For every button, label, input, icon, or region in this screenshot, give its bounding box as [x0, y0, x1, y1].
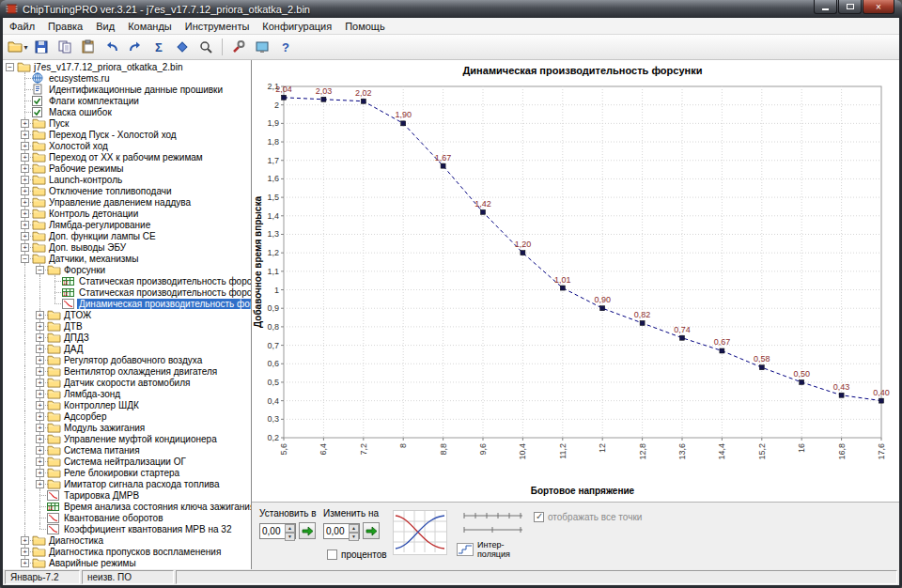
tree-item[interactable]: Маска ошибок [3, 106, 251, 117]
spin-up-icon[interactable]: ▲ [349, 524, 359, 533]
tree-item[interactable]: +ДАД [3, 343, 251, 354]
curves-preview-button[interactable] [393, 510, 447, 555]
tree-item[interactable]: 12Время анализа состояния ключа зажигани… [3, 501, 251, 512]
tree-item[interactable]: +Датчик скорости автомобиля [3, 377, 251, 388]
tree-expander[interactable]: + [21, 198, 29, 207]
tree-expander[interactable]: + [36, 446, 44, 455]
tree-expander[interactable]: + [21, 153, 29, 162]
menu-item-1[interactable]: Правка [41, 19, 89, 34]
tree-expander[interactable]: + [21, 176, 29, 184]
tree-expander[interactable]: + [21, 536, 29, 545]
tree-item[interactable]: +Рабочие режимы [3, 162, 251, 174]
tree-expander[interactable]: + [36, 469, 44, 477]
tree-item[interactable]: Квантование оборотов [3, 512, 251, 523]
tree-item[interactable]: +Переход Пуск - Холостой ход [3, 129, 251, 140]
interpolation-control[interactable]: Интер-поляция [457, 540, 522, 559]
tree-item[interactable]: 12Статическая производительность форсунк… [3, 275, 251, 286]
tree-item[interactable]: 12Статическая производительность форсунк… [3, 286, 251, 298]
tree-item[interactable]: +Доп. выводы ЭБУ [3, 241, 251, 253]
checksum-button[interactable]: Σ [148, 36, 170, 58]
redo-button[interactable] [124, 36, 147, 58]
tree-expander[interactable]: + [36, 379, 44, 387]
tree-expander[interactable]: − [36, 266, 44, 274]
tree-item[interactable]: +Launch-контроль [3, 174, 251, 185]
tree-expander[interactable]: + [36, 345, 44, 353]
tree-item[interactable]: −Датчики, механизмы [3, 253, 251, 264]
tree-item[interactable]: +Регулятор добавочного воздуха [3, 354, 251, 365]
tree-item[interactable]: +Управление муфтой кондиционера [3, 433, 251, 444]
percent-checkbox[interactable] [327, 549, 337, 560]
spin-up-icon[interactable]: ▲ [285, 524, 295, 533]
tree-expander[interactable]: + [21, 131, 29, 139]
close-button[interactable]: × [863, 0, 894, 14]
tree-item[interactable]: Идентификационные данные прошивки [3, 84, 251, 95]
menu-item-0[interactable]: Файл [3, 19, 41, 34]
tree-expander[interactable]: + [21, 164, 29, 173]
internet-button[interactable] [251, 36, 273, 58]
tree-panel[interactable]: −j7es_v17.7.12_priora_otkatka_2.binecusy… [3, 60, 252, 569]
tree-expander[interactable]: + [21, 187, 29, 195]
tree-item[interactable]: +Вентилятор охлаждения двигателя [3, 365, 251, 377]
tree-expander[interactable]: − [6, 63, 14, 71]
tree-expander[interactable]: + [36, 412, 44, 421]
tree-item[interactable]: +Холостой ход [3, 140, 251, 151]
tree-item[interactable]: +ДТОЖ [3, 309, 251, 320]
undo-button[interactable] [101, 36, 123, 58]
tree-item[interactable]: +ДТВ [3, 320, 251, 332]
about-button[interactable] [171, 36, 194, 58]
paste-button[interactable] [77, 36, 100, 58]
tree-expander[interactable]: + [36, 390, 44, 398]
interpolation-slider-sparse[interactable] [462, 524, 524, 535]
apply-set-button[interactable] [299, 522, 316, 539]
tree-item[interactable]: +Отключение топливоподачи [3, 185, 251, 196]
tree-item[interactable]: +ДПДЗ [3, 332, 251, 343]
menu-item-5[interactable]: Конфигурация [256, 19, 338, 34]
menu-item-4[interactable]: Инструменты [179, 19, 257, 34]
tree-expander[interactable]: + [36, 367, 44, 376]
help-button[interactable]: ? [274, 36, 297, 58]
show-all-checkbox[interactable] [534, 512, 544, 522]
menu-item-3[interactable]: Команды [121, 19, 179, 34]
tree-item[interactable]: +Модуль зажигания [3, 422, 251, 433]
tree-item[interactable]: +Диагностика пропусков воспламенения [3, 546, 251, 557]
tree-expander[interactable]: + [36, 333, 44, 342]
set-to-input[interactable] [260, 524, 285, 538]
search-button[interactable] [194, 36, 217, 58]
change-by-input[interactable] [324, 524, 349, 538]
copy-button[interactable] [54, 36, 76, 58]
menu-item-2[interactable]: Вид [89, 19, 121, 34]
tree-expander[interactable]: + [36, 480, 44, 488]
tree-item[interactable]: ecusystems.ru [3, 72, 251, 84]
tree-item[interactable]: +Контроллер ШДК [3, 399, 251, 410]
tree-item[interactable]: +Контроль детонации [3, 208, 251, 219]
maximize-button[interactable] [838, 0, 862, 14]
tree-item[interactable]: +Система питания [3, 444, 251, 456]
apply-change-button[interactable] [363, 522, 380, 539]
tree-item[interactable]: +Реле блокировки стартера [3, 467, 251, 478]
tree-item[interactable]: Динамическая производительность форсунки [3, 298, 251, 309]
tree-expander[interactable]: + [21, 209, 29, 218]
minimize-button[interactable] [814, 0, 837, 14]
menu-item-6[interactable]: Помощь [338, 19, 392, 34]
tree-item[interactable]: −Форсунки [3, 264, 251, 275]
tree-item[interactable]: +Переход от ХХ к рабочим режимам [3, 151, 251, 162]
spin-down-icon[interactable]: ▼ [285, 533, 295, 541]
tree-item[interactable]: +Доп. функции лампы CE [3, 230, 251, 241]
tree-expander[interactable]: − [21, 255, 29, 263]
tree-expander[interactable]: + [21, 232, 29, 240]
tree-item[interactable]: +Пуск [3, 117, 251, 129]
tree-item[interactable]: Коэффициент квантования МРВ на 32 [3, 523, 251, 534]
tree-expander[interactable]: + [21, 559, 29, 567]
tree-item[interactable]: +Лямбда-зонд [3, 388, 251, 399]
tree-item[interactable]: +Имитатор сигнала расхода топлива [3, 478, 251, 489]
spin-down-icon[interactable]: ▼ [349, 533, 359, 541]
tree-expander[interactable]: + [21, 548, 29, 556]
tree-item[interactable]: +Диагностика [3, 534, 251, 546]
tools-button[interactable] [227, 36, 250, 58]
injector-performance-chart[interactable]: 0,20,30,40,50,60,70,80,911,11,21,31,41,5… [252, 60, 898, 502]
tree-expander[interactable]: + [21, 142, 29, 150]
tree-item[interactable]: Тарировка ДМРВ [3, 489, 251, 501]
tree-item[interactable]: +Управление давлением наддува [3, 196, 251, 208]
tree-expander[interactable]: + [36, 424, 44, 432]
tree-expander[interactable]: + [36, 457, 44, 466]
